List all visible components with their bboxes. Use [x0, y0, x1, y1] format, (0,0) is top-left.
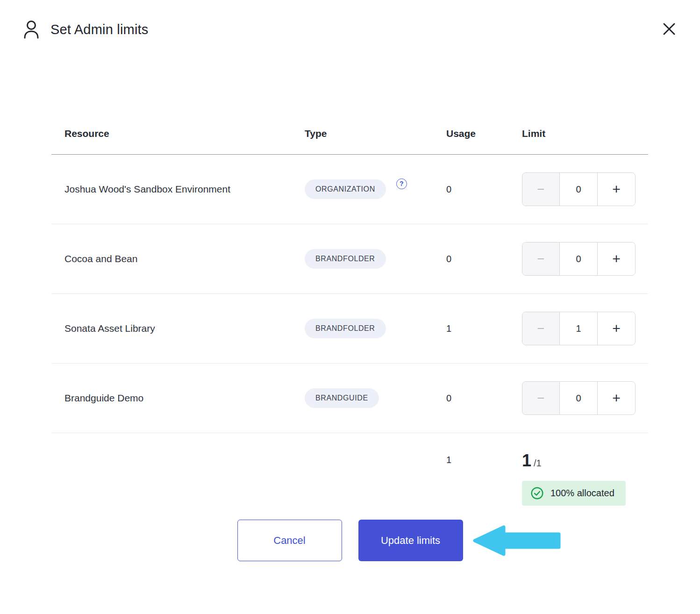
resource-name: Joshua Wood's Sandbox Environment: [64, 184, 305, 195]
table-row: Joshua Wood's Sandbox Environment ORGANI…: [51, 155, 648, 224]
header-limit: Limit: [522, 128, 648, 139]
limit-stepper: − 0 +: [522, 381, 636, 415]
usage-total: 1: [446, 451, 522, 465]
minus-icon: −: [537, 391, 545, 406]
table-row: Sonata Asset Library BRANDFOLDER 1 − 1 +: [51, 294, 648, 364]
type-badge: BRANDFOLDER: [305, 249, 386, 269]
admin-limits-table: Resource Type Usage Limit Joshua Wood's …: [51, 128, 648, 506]
close-icon: [662, 22, 676, 37]
plus-icon: +: [612, 321, 621, 336]
close-button[interactable]: [660, 20, 679, 39]
limit-value: 0: [560, 173, 597, 206]
header-resource: Resource: [64, 128, 305, 139]
cancel-button[interactable]: Cancel: [237, 520, 342, 561]
usage-value: 0: [446, 184, 522, 195]
type-badge: BRANDGUIDE: [305, 388, 379, 408]
minus-icon: −: [537, 321, 545, 336]
resource-name: Brandguide Demo: [64, 393, 305, 404]
type-badge: ORGANIZATION: [305, 179, 386, 199]
limit-decrement-button[interactable]: −: [522, 243, 560, 275]
limit-decrement-button[interactable]: −: [522, 382, 560, 414]
modal-header: Set Admin limits: [0, 0, 700, 42]
allocation-label: 100% allocated: [550, 488, 614, 499]
usage-value: 0: [446, 393, 522, 404]
plus-icon: +: [612, 181, 621, 197]
limit-total: 1 /1: [522, 451, 648, 471]
header-usage: Usage: [446, 128, 522, 139]
plus-icon: +: [612, 251, 621, 267]
arrow-left-icon: [472, 524, 565, 557]
allocation-badge: 100% allocated: [522, 481, 626, 506]
limit-increment-button[interactable]: +: [597, 382, 635, 414]
type-badge: BRANDFOLDER: [305, 319, 386, 338]
limit-stepper: − 1 +: [522, 312, 636, 345]
limit-decrement-button[interactable]: −: [522, 312, 560, 345]
minus-icon: −: [537, 182, 545, 197]
limit-value: 0: [560, 243, 597, 275]
usage-value: 1: [446, 323, 522, 334]
minus-icon: −: [537, 252, 545, 266]
limit-increment-button[interactable]: +: [597, 243, 635, 275]
limit-value: 0: [560, 382, 597, 414]
limit-stepper: − 0 +: [522, 172, 636, 206]
limit-decrement-button[interactable]: −: [522, 173, 560, 206]
modal-title: Set Admin limits: [50, 22, 149, 37]
table-row: Brandguide Demo BRANDGUIDE 0 − 0 +: [51, 364, 648, 433]
resource-name: Sonata Asset Library: [64, 323, 305, 334]
header-type: Type: [305, 128, 446, 139]
help-icon[interactable]: ?: [396, 178, 407, 189]
limit-increment-button[interactable]: +: [597, 173, 635, 206]
limit-increment-button[interactable]: +: [597, 312, 635, 345]
update-limits-button[interactable]: Update limits: [358, 520, 463, 561]
limit-used: 1: [522, 451, 531, 471]
table-row: Cocoa and Bean BRANDFOLDER 0 − 0 +: [51, 224, 648, 294]
modal-footer: Cancel Update limits: [0, 520, 700, 561]
table-header-row: Resource Type Usage Limit: [51, 128, 648, 155]
usage-value: 0: [446, 254, 522, 264]
summary-row: 1 1 /1 100% allocated: [51, 433, 648, 506]
check-circle-icon: [531, 487, 543, 500]
limit-stepper: − 0 +: [522, 242, 636, 276]
plus-icon: +: [612, 390, 621, 406]
resource-name: Cocoa and Bean: [64, 253, 305, 264]
limit-value: 1: [560, 312, 597, 345]
user-icon: [23, 20, 40, 39]
limit-cap: /1: [534, 458, 542, 469]
